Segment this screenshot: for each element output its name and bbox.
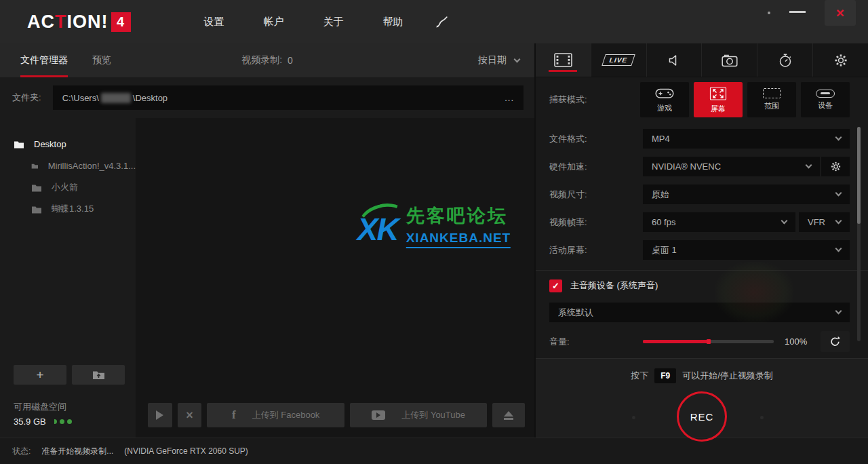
speaker-icon	[667, 54, 681, 67]
framerate-label: 视频帧率:	[549, 216, 643, 229]
status-message: 准备开始视频录制...	[41, 446, 113, 457]
browse-folder-button[interactable]: ...	[505, 93, 514, 103]
pen-icon	[435, 16, 450, 28]
rec-button-label: REC	[690, 411, 714, 423]
mode-region-button[interactable]: 范围	[747, 82, 796, 117]
logo-text: AC	[27, 12, 55, 33]
minimize-button[interactable]	[789, 11, 806, 13]
menu-item-account[interactable]: 帐户	[264, 16, 284, 28]
delete-icon: ×	[186, 408, 193, 423]
file-manager-panel: 文件管理器 预览 视频录制: 0 按日期 文件夹: C:\Users\ \Des…	[0, 43, 536, 438]
framerate-value: 60 fps	[652, 217, 675, 227]
folder-row: 文件夹: C:\Users\ \Desktop ...	[0, 77, 534, 118]
play-icon	[156, 410, 163, 420]
facebook-icon: f	[232, 408, 236, 422]
volume-reset-button[interactable]	[821, 331, 850, 352]
scrollbar-thumb[interactable]	[857, 127, 861, 224]
action-app-window: ACTION! 4 设置 帐户 关于 帮助 × 文件管理器 预览	[0, 0, 868, 464]
sort-by-date-dropdown[interactable]: 按日期	[478, 43, 519, 77]
chevron-down-icon	[835, 246, 842, 252]
status-label: 状态:	[12, 446, 31, 457]
file-format-dropdown[interactable]: MP4	[643, 129, 850, 149]
hw-accel-settings-button[interactable]	[821, 157, 850, 176]
play-button[interactable]	[148, 403, 172, 427]
upload-file-button[interactable]	[492, 403, 525, 427]
volume-value: 100%	[785, 336, 807, 347]
folder-icon	[31, 183, 42, 192]
folder-export-icon	[92, 370, 105, 380]
upload-youtube-label: 上传到 YouTube	[401, 409, 465, 421]
folder-path-input[interactable]: C:\Users\ \Desktop ...	[53, 85, 524, 110]
video-size-dropdown[interactable]: 原始	[643, 185, 850, 204]
delete-button[interactable]: ×	[178, 403, 202, 427]
pen-tool-button[interactable]	[435, 16, 450, 28]
mode-screen-button[interactable]: 屏幕	[694, 82, 743, 117]
tab-benchmark[interactable]	[757, 43, 813, 77]
tree-item-desktop[interactable]: Desktop	[14, 133, 136, 155]
audio-section: ✓ 主音频设备 (系统声音) 系统默认 音量: 100%	[536, 270, 868, 352]
tab-preview[interactable]: 预览	[92, 43, 111, 77]
chevron-down-icon	[835, 218, 842, 225]
live-icon: LIVE	[601, 54, 635, 66]
volume-slider[interactable]	[643, 340, 774, 343]
recordings-count: 0	[288, 55, 293, 66]
folder-tree: Desktop MirillisAction!_v4.3.1... 小火箭	[0, 118, 136, 438]
gamepad-icon	[654, 86, 675, 100]
upload-facebook-button[interactable]: f 上传到 Facebook	[207, 403, 344, 427]
tab-video-recording[interactable]	[536, 43, 591, 77]
export-folder-button[interactable]	[72, 365, 125, 385]
capture-mode-buttons: 游戏 屏幕	[640, 82, 850, 117]
chevron-down-icon	[835, 190, 842, 197]
audio-device-dropdown[interactable]: 系统默认	[549, 303, 850, 322]
active-screen-label: 活动屏幕:	[549, 244, 643, 256]
menu-item-settings[interactable]: 设置	[204, 16, 224, 28]
close-button[interactable]: ×	[825, 0, 856, 26]
settings-rows: 文件格式: MP4 硬件加速: NVIDIA® NVENC	[536, 122, 868, 264]
tree-item[interactable]: 小火箭	[31, 176, 136, 198]
tree-item[interactable]: MirillisAction!_v4.3.1...	[31, 155, 136, 176]
mode-device-button[interactable]: 设备	[801, 82, 850, 117]
vfr-dropdown[interactable]: VFR	[799, 212, 850, 232]
logo-version-badge: 4	[111, 12, 131, 32]
main-menu: 设置 帐户 关于 帮助	[204, 16, 403, 28]
tab-file-manager[interactable]: 文件管理器	[20, 43, 68, 77]
primary-audio-row: ✓ 主音频设备 (系统声音)	[536, 277, 868, 294]
tab-screenshots[interactable]	[702, 43, 757, 77]
mode-label: 屏幕	[711, 104, 726, 114]
add-folder-button[interactable]: +	[14, 365, 66, 385]
menu-item-help[interactable]: 帮助	[383, 16, 403, 28]
reset-icon	[829, 335, 842, 348]
mode-game-button[interactable]: 游戏	[640, 82, 689, 117]
record-section: 按下 F9 可以开始/停止视频录制 REC	[536, 358, 868, 438]
hotkey-suffix: 可以开始/停止视频录制	[682, 370, 773, 382]
screen-capture-icon	[709, 86, 727, 101]
volume-slider-thumb[interactable]	[707, 339, 711, 344]
hw-accel-row: 硬件加速: NVIDIA® NVENC	[536, 153, 868, 180]
upload-youtube-button[interactable]: 上传到 YouTube	[350, 403, 487, 427]
chevron-down-icon	[835, 134, 842, 141]
active-screen-value: 桌面 1	[652, 244, 677, 256]
rec-button[interactable]: REC	[677, 391, 727, 442]
folder-icon	[31, 205, 42, 214]
hw-accel-dropdown[interactable]: NVIDIA® NVENC	[643, 157, 820, 176]
decorative-dot	[760, 416, 764, 419]
window-controls: ×	[768, 0, 856, 26]
folder-icon	[31, 161, 39, 170]
disk-space-label: 可用磁盘空间	[14, 401, 136, 413]
active-screen-dropdown[interactable]: 桌面 1	[643, 240, 850, 260]
recordings-list-area: × f 上传到 Facebook 上传到 YouTube	[136, 118, 534, 438]
settings-scrollbar[interactable]	[857, 127, 861, 341]
vfr-value: VFR	[808, 217, 825, 227]
menu-item-about[interactable]: 关于	[323, 16, 344, 28]
tab-settings[interactable]	[813, 43, 868, 77]
primary-audio-label: 主音频设备 (系统声音)	[570, 279, 658, 292]
tree-item[interactable]: 蝴蝶1.3.15	[31, 198, 136, 220]
tree-item-label: 小火箭	[52, 181, 78, 193]
tab-live-streaming[interactable]: LIVE	[591, 43, 647, 77]
primary-audio-checkbox[interactable]: ✓	[549, 279, 562, 292]
video-size-row: 视频尺寸: 原始	[536, 180, 868, 208]
tab-audio-recording[interactable]	[647, 43, 703, 77]
framerate-dropdown[interactable]: 60 fps	[643, 212, 795, 232]
video-size-value: 原始	[652, 189, 669, 201]
tray-dot-button[interactable]	[768, 12, 770, 14]
